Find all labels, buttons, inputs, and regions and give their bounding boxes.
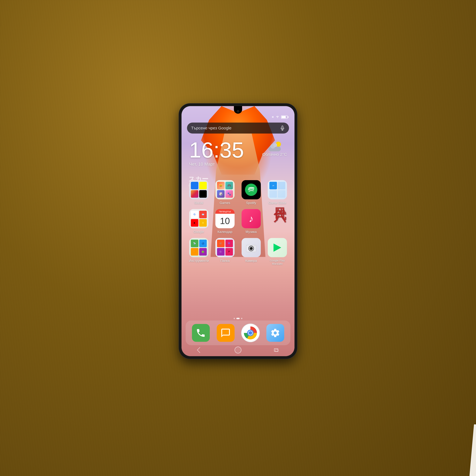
calendar-month: Четвъртък — [215, 209, 235, 214]
phone-shell: 六代目 スカー @l.scxr_ ✕ — [179, 104, 297, 359]
microphone-icon — [280, 126, 285, 131]
sim-icon: ✕ — [272, 116, 274, 119]
spotify-icon[interactable] — [241, 180, 261, 199]
weather-icon — [269, 143, 281, 151]
app-row-3: 📡 🔵 🟠 🟢 Инструменти 🛒 💜 — [186, 238, 290, 265]
app-googleplay[interactable]: Google Play Магазин — [265, 238, 290, 265]
google-icon[interactable]: G 📧 ▶ ⭐ — [189, 209, 208, 228]
app-tools[interactable]: 📡 🔵 🟠 🟢 Инструменти — [187, 238, 211, 265]
phone-dock-icon[interactable] — [192, 324, 210, 342]
games-icon[interactable]: 😸 🎮 🎲 🐾 — [215, 180, 235, 199]
music-label: Музика — [246, 230, 257, 234]
tiktok-mini — [199, 190, 207, 198]
dock-messages[interactable] — [215, 324, 236, 342]
app-camera[interactable]: Камера — [239, 238, 264, 265]
app-gamestore[interactable]: Game Store — [265, 180, 290, 205]
googleplay-icon[interactable] — [268, 238, 287, 257]
clock-date: Чет, 10 Март — [189, 162, 244, 167]
app-social[interactable]: Social — [187, 180, 211, 205]
wifi-icon — [275, 115, 279, 119]
social-label: Social — [194, 201, 203, 205]
messages-dock-icon[interactable] — [217, 324, 235, 342]
dock-chrome[interactable] — [240, 324, 261, 342]
googleplay-svg — [271, 241, 284, 255]
spotify-label: Spotify — [246, 201, 256, 205]
clock-time: 16:35 — [189, 139, 244, 161]
google-label: Google — [193, 230, 204, 234]
recents-button[interactable] — [274, 348, 278, 352]
googleplay-label: Google Play Магазин — [265, 259, 290, 265]
search-placeholder: Търсене чрез Google — [191, 126, 280, 130]
g-mini2: 📧 — [199, 211, 207, 218]
chrome-svg — [244, 326, 257, 340]
app-folder[interactable]: 🛒 💜 🟣 P Папка — [213, 238, 237, 265]
tool1-mini: 📡 — [191, 240, 198, 247]
app-calendar[interactable]: Четвъртък 10 Календар — [213, 209, 237, 234]
music-icon[interactable]: ♪ — [241, 209, 261, 228]
weather-widget: Облачно 2°C — [262, 143, 287, 157]
app-games[interactable]: 😸 🎮 🎲 🐾 Games — [213, 180, 237, 205]
settings-dock-icon[interactable] — [266, 324, 284, 342]
gamestore-label: Game Store — [269, 201, 286, 205]
svg-point-12 — [254, 246, 255, 246]
folder-icon[interactable]: 🛒 💜 🟣 P — [215, 238, 235, 257]
calendar-label: Календар — [218, 230, 232, 234]
settings-svg — [270, 328, 280, 338]
page-indicator — [234, 318, 242, 319]
games-label: Games — [220, 201, 230, 205]
svg-point-10 — [250, 247, 251, 248]
gs2-mini — [278, 182, 285, 189]
g-mini1: G — [191, 211, 198, 218]
fold3-mini: 🟣 — [217, 248, 224, 255]
app-music[interactable]: ♪ Музика — [239, 209, 264, 234]
spotify-logo-svg — [245, 184, 257, 196]
front-camera — [237, 110, 239, 113]
folder-label: Папка — [220, 259, 230, 263]
dock-settings[interactable] — [265, 324, 286, 342]
svg-point-4 — [273, 185, 274, 186]
time-display: 16:35 Чет, 10 Март — [189, 139, 244, 167]
app-grid: Social 😸 🎮 🎲 🐾 Games — [182, 180, 294, 270]
snapchat-mini — [199, 182, 207, 189]
tool3-mini: 🟠 — [191, 248, 198, 255]
svg-point-3 — [245, 184, 257, 196]
screen: 六代目 スカー @l.scxr_ ✕ — [182, 106, 294, 356]
calendar-day: 10 — [215, 214, 235, 228]
gs3-mini — [269, 190, 277, 198]
calendar-icon[interactable]: Четвъртък 10 — [215, 209, 235, 228]
svg-point-0 — [277, 118, 278, 118]
weather-temp: Облачно 2°C — [262, 152, 287, 157]
home-button[interactable] — [235, 347, 241, 354]
camera-label: Камера — [245, 259, 257, 263]
gs4-mini — [278, 190, 285, 198]
app-google[interactable]: G 📧 ▶ ⭐ Google — [187, 209, 211, 234]
fold1-mini: 🛒 — [217, 240, 224, 247]
phone-svg — [196, 328, 206, 338]
facebook-mini — [191, 182, 198, 189]
gamestore-icon[interactable] — [268, 180, 287, 199]
page-dot-1 — [234, 318, 235, 319]
search-bar[interactable]: Търсене чрез Google — [187, 122, 289, 134]
app-row-2: G 📧 ▶ ⭐ Google Четвъртък 10 — [186, 209, 290, 234]
svg-point-5 — [274, 186, 274, 186]
instagram-mini — [191, 190, 198, 198]
dock — [186, 321, 290, 345]
page-dot-3 — [241, 318, 242, 319]
gs1-mini — [269, 182, 277, 189]
back-button[interactable] — [197, 347, 203, 353]
camera-icon[interactable] — [241, 238, 261, 257]
dock-phone[interactable] — [190, 324, 211, 342]
camera-svg — [245, 241, 257, 254]
tool4-mini: 🟢 — [199, 248, 207, 255]
messages-svg — [221, 328, 231, 338]
svg-point-17 — [249, 331, 252, 335]
nav-bar — [182, 347, 294, 354]
phone-device: 六代目 スカー @l.scxr_ ✕ — [179, 104, 297, 359]
app-spotify[interactable]: Spotify — [239, 180, 264, 205]
social-icon[interactable] — [189, 180, 208, 199]
game2-mini: 🎮 — [225, 182, 233, 189]
g-mini4: ⭐ — [199, 219, 207, 227]
game3-mini: 🎲 — [217, 190, 224, 198]
chrome-dock-icon[interactable] — [241, 324, 259, 342]
tools-icon[interactable]: 📡 🔵 🟠 🟢 — [189, 238, 208, 257]
